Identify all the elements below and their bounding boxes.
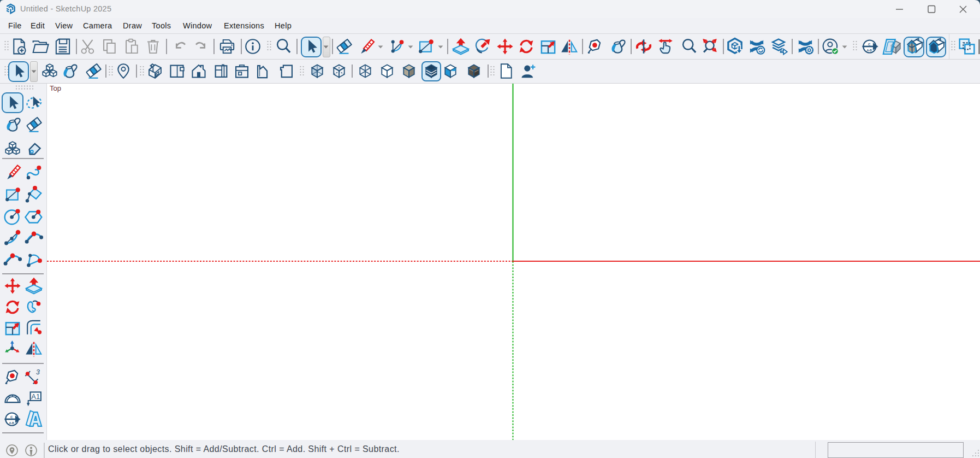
svg-text:A1: A1 [31, 392, 40, 401]
svg-text:C: C [868, 43, 871, 46]
svg-text:C: C [10, 415, 13, 419]
svg-text:3: 3 [36, 368, 40, 376]
svg-text:A-B: A-B [9, 421, 14, 425]
svg-text:A-B: A-B [866, 49, 872, 52]
